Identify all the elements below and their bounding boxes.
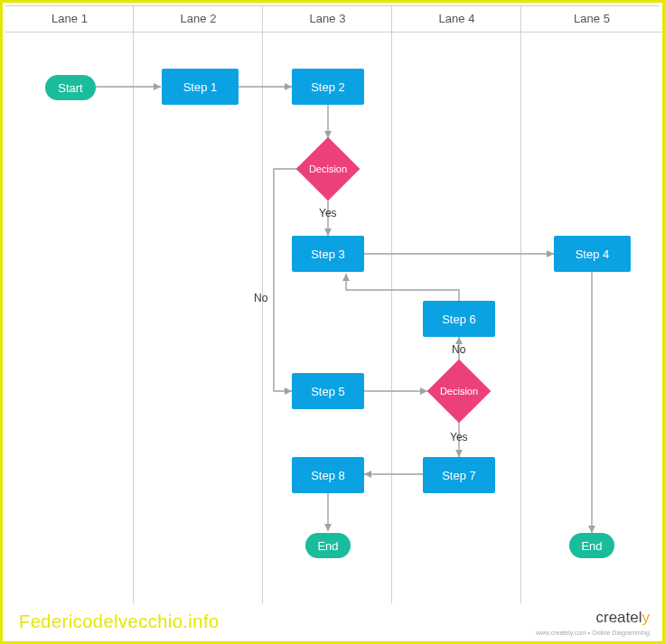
terminator-end-2[interactable]: End [569, 533, 614, 558]
edge-label-dec2-no: No [452, 343, 465, 356]
diagram-frame: Lane 1 Lane 2 Lane 3 Lane 4 Lane 5 [0, 0, 665, 644]
brand-logo: creately [595, 609, 650, 627]
brand-name-part1: createl [595, 609, 642, 626]
process-step5[interactable]: Step 5 [292, 373, 364, 409]
process-step7[interactable]: Step 7 [423, 457, 495, 493]
decision-2[interactable]: Decision [428, 360, 490, 422]
process-step3[interactable]: Step 3 [292, 236, 364, 272]
lane-header-5: Lane 5 [521, 5, 662, 33]
edge-label-dec1-yes: Yes [319, 207, 337, 219]
terminator-start[interactable]: Start [45, 75, 96, 100]
lane-col-5 [521, 5, 662, 603]
process-step4[interactable]: Step 4 [554, 236, 631, 272]
brand-subtext: www.creately.com • Online Diagramming [536, 630, 650, 636]
terminator-end-1[interactable]: End [305, 533, 351, 558]
lane-header-2: Lane 2 [134, 5, 263, 33]
lane-header-4: Lane 4 [392, 5, 521, 33]
process-step1[interactable]: Step 1 [162, 69, 239, 105]
edge-label-dec2-yes: Yes [450, 431, 468, 443]
edge-label-dec1-no: No [254, 292, 267, 304]
decision-1[interactable]: Decision [297, 138, 359, 200]
process-step8[interactable]: Step 8 [292, 457, 364, 493]
lane-header-1: Lane 1 [5, 5, 134, 33]
lane-header-3: Lane 3 [263, 5, 392, 33]
process-step2[interactable]: Step 2 [292, 69, 364, 105]
decision-2-label: Decision [428, 360, 490, 422]
decision-1-label: Decision [297, 138, 359, 200]
watermark-text: Federicodelvecchio.info [19, 611, 220, 632]
process-step6[interactable]: Step 6 [423, 301, 495, 337]
brand-name-part2: y [642, 609, 651, 626]
